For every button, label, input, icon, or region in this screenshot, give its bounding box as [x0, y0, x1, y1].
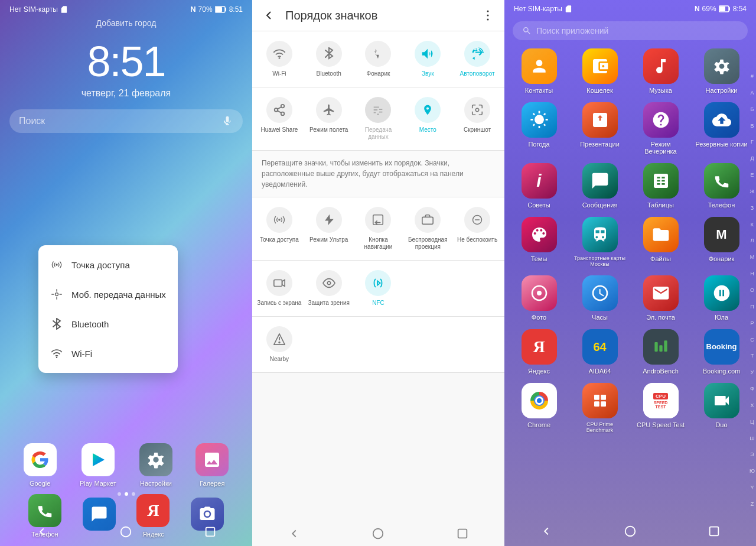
app-backup[interactable]: Резервные копии	[695, 102, 748, 155]
battery-3: 69%	[702, 5, 716, 13]
toggle-dnd[interactable]: Не беспокоить	[455, 207, 500, 251]
home-btn-3[interactable]	[624, 525, 637, 538]
app-music[interactable]: Музыка	[634, 48, 687, 94]
toggle-flashlight-icon	[365, 41, 391, 67]
toggle-location[interactable]: Место	[405, 97, 450, 141]
app-yandex2[interactable]: Я Яндекс	[513, 329, 565, 375]
popup-hotspot[interactable]: Точка доступа	[38, 250, 178, 280]
toggle-rotate[interactable]: Автоповорот	[455, 41, 500, 77]
svg-line-16	[278, 110, 281, 113]
app-phone2[interactable]: Телефон	[695, 163, 748, 209]
toggle-record[interactable]: Запись с экрана	[257, 270, 302, 307]
toggle-sound[interactable]: Звук	[405, 41, 450, 77]
popup-menu: Точка доступа Моб. передача данных Bluet…	[38, 245, 178, 373]
toggle-nav[interactable]: Кнопка навигации	[356, 207, 401, 251]
toggle-screenshot-icon	[464, 97, 490, 123]
app-flashlight2[interactable]: M Фонарик	[695, 217, 748, 267]
toggle-projection[interactable]: Беспроводная проекция	[405, 207, 450, 251]
sim-status-1: Нет SIM-карты	[9, 5, 58, 14]
app-cpuprime[interactable]: CPU Prime Benchmark	[573, 383, 626, 433]
toggle-nearby[interactable]: Nearby	[257, 326, 302, 363]
status-right-1: N 70% 8:51	[190, 5, 243, 14]
app-gsettings[interactable]: Настройки	[695, 48, 748, 94]
toggle-airplane[interactable]: Режим полета	[307, 97, 351, 141]
battery-icon-1	[215, 6, 227, 13]
app-sms[interactable]: Сообщения	[573, 163, 626, 209]
androbench-label: AndroBench	[643, 368, 679, 375]
svg-point-9	[487, 11, 489, 12]
toggle-bluetooth[interactable]: Bluetooth	[307, 41, 351, 77]
app-grid: Контакты Кошелек Музыка Настройки Пого	[504, 46, 756, 436]
toggle-data[interactable]: Передача данных	[356, 97, 401, 141]
svg-point-2	[56, 264, 57, 265]
back-icon-2[interactable]	[262, 8, 276, 22]
back-btn-1[interactable]	[34, 524, 50, 540]
microphone-icon[interactable]	[221, 115, 233, 127]
backup-label: Резервные копии	[695, 141, 747, 148]
app-email[interactable]: Эл. почта	[634, 275, 687, 321]
app-tips[interactable]: i Советы	[513, 163, 565, 209]
dock-settings[interactable]: Настройки	[139, 443, 172, 487]
toggle-wifi[interactable]: Wi-Fi	[257, 41, 302, 77]
app-chrome[interactable]: Chrome	[513, 383, 565, 433]
panel2-header: Порядок значков	[252, 0, 504, 31]
popup-mobiledata[interactable]: Моб. передача данных	[38, 280, 178, 309]
toggle-nfc[interactable]: NFC	[356, 270, 401, 307]
booking-icon: Booking	[704, 329, 739, 365]
toggle-hotspot[interactable]: Точка доступа	[257, 207, 302, 251]
app-themes[interactable]: Темы	[513, 217, 565, 267]
backup-icon	[704, 102, 739, 138]
search-apps-bar[interactable]: Поиск приложений	[513, 21, 748, 40]
app-party[interactable]: Режим Вечеринка	[634, 102, 687, 155]
app-weather[interactable]: Погода	[513, 102, 565, 155]
tables-label: Таблицы	[647, 202, 674, 209]
dock-google-label: Google	[30, 480, 50, 487]
add-city[interactable]: Добавить город	[0, 18, 252, 28]
dock-gallery[interactable]: Галерея	[195, 443, 229, 487]
toggle-ultra[interactable]: Режим Ультра	[307, 207, 351, 251]
back-btn-3[interactable]	[540, 525, 553, 538]
app-cpuspeed[interactable]: CPU SPEED TEST CPU Speed Test	[634, 383, 687, 433]
more-icon-2[interactable]	[481, 8, 495, 22]
app-foto[interactable]: Фото	[513, 275, 565, 321]
app-booking[interactable]: Booking Booking.com	[695, 329, 748, 375]
recent-btn-1[interactable]	[202, 524, 219, 540]
app-duo[interactable]: Duo	[695, 383, 748, 433]
n-icon-1: N	[190, 5, 195, 14]
app-contacts[interactable]: Контакты	[513, 48, 565, 94]
toggle-eye[interactable]: Защита зрения	[307, 270, 351, 307]
app-files[interactable]: Файлы	[634, 217, 687, 267]
app-aida[interactable]: 64 AIDA64	[573, 329, 626, 375]
toggle-share[interactable]: Huawei Share	[257, 97, 302, 141]
search-bar[interactable]: Поиск	[9, 109, 243, 133]
app-yula[interactable]: Юла	[695, 275, 748, 321]
panel-lockscreen: Нет SIM-карты N 70% 8:51 Добавить город …	[0, 0, 252, 546]
toggle-rotate-label: Автоповорот	[460, 70, 495, 77]
popup-bluetooth[interactable]: Bluetooth	[38, 309, 178, 339]
svg-point-27	[279, 342, 280, 343]
home-btn-1[interactable]	[118, 524, 134, 540]
recent-btn-3[interactable]	[708, 525, 721, 538]
dock-google[interactable]: Google	[24, 443, 57, 487]
recent-btn-2[interactable]	[456, 527, 469, 540]
wallet-label: Кошелек	[586, 87, 612, 94]
toggle-nav-label: Кнопка навигации	[356, 236, 401, 251]
wifi-popup-icon	[50, 347, 63, 360]
toggle-screenshot[interactable]: Скриншот	[455, 97, 500, 141]
dock-play[interactable]: Play Маркет	[80, 443, 116, 487]
app-transport[interactable]: Транспортные карты Москвы	[573, 217, 626, 267]
app-tables[interactable]: Таблицы	[634, 163, 687, 209]
toggle-dnd-icon	[464, 207, 490, 233]
app-wallet[interactable]: Кошелек	[573, 48, 626, 94]
popup-wifi[interactable]: Wi-Fi	[38, 339, 178, 368]
bluetooth-popup-icon	[50, 317, 63, 330]
phone2-icon	[704, 163, 739, 199]
app-present[interactable]: Презентации	[573, 102, 626, 155]
home-btn-2[interactable]	[372, 527, 384, 540]
back-btn-2[interactable]	[288, 527, 301, 540]
status-bar-3: Нет SIM-карты N 69% 8:54	[504, 0, 756, 18]
panel2-title: Порядок значков	[285, 9, 471, 22]
app-clock[interactable]: Часы	[573, 275, 626, 321]
toggle-flashlight[interactable]: Фонарик	[356, 41, 401, 77]
app-androbench[interactable]: AndroBench	[634, 329, 687, 375]
